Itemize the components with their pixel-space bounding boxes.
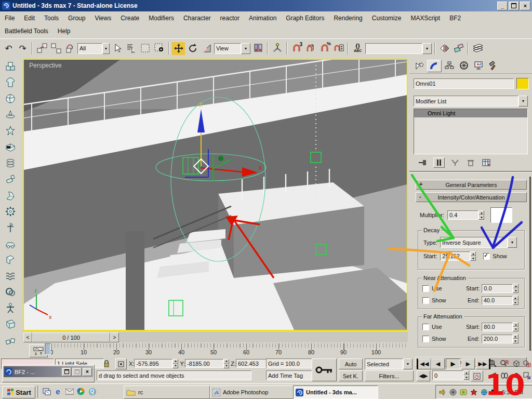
near-show-checkbox[interactable]	[422, 297, 429, 304]
percent-snap-icon[interactable]: %	[318, 42, 331, 55]
far-end-field[interactable]: 200.0	[482, 335, 513, 343]
reactor-soft-body-collection-button[interactable]	[2, 90, 19, 107]
multiplier-spinner[interactable]	[478, 210, 484, 220]
modifier-stack-list[interactable]: Omni Light	[414, 109, 528, 154]
quicklaunch-ie-icon[interactable]: e	[53, 387, 63, 396]
menu-customize[interactable]: Customize	[367, 15, 406, 22]
tray-device-icon[interactable]	[449, 388, 457, 396]
redo-icon[interactable]: ↷	[16, 42, 29, 55]
reactor-fracture-pieces-button[interactable]	[2, 332, 19, 348]
decay-show-checkbox[interactable]	[483, 253, 490, 260]
start-button[interactable]: Start	[2, 386, 35, 398]
spinner-snap-icon[interactable]	[332, 42, 345, 55]
light-color-swatch[interactable]	[490, 207, 512, 223]
quicklaunch-quicktime-icon[interactable]: Q	[87, 387, 97, 396]
chevron-down-icon[interactable]: ▼	[422, 43, 432, 54]
zoom-icon[interactable]	[487, 358, 498, 368]
menu-modifiers[interactable]: Modifiers	[144, 15, 179, 22]
close-button[interactable]: ×	[520, 2, 530, 10]
rollout-intensity-color-attenuation[interactable]: - Intensity/Color/Attenuation	[416, 192, 527, 202]
next-frame-button[interactable]: ▶	[461, 358, 475, 369]
select-and-scale-button[interactable]	[200, 42, 213, 55]
menu-file[interactable]: File	[0, 15, 19, 22]
set-key-button[interactable]: Set K.	[339, 370, 363, 381]
show-end-result-button[interactable]	[433, 157, 445, 168]
menu-create[interactable]: Create	[116, 15, 144, 22]
set-keys-button[interactable]	[312, 358, 337, 381]
bf2-floating-window[interactable]: BF2 - ... ×	[2, 365, 95, 382]
minimize-button[interactable]: _	[497, 2, 508, 10]
menu-reactor[interactable]: reactor	[216, 15, 244, 22]
tab-create[interactable]	[413, 60, 426, 71]
named-selection-dropdown[interactable]: ▼	[365, 43, 432, 54]
time-prev-frame-button[interactable]: <	[23, 332, 32, 342]
menu-group[interactable]: Group	[63, 15, 90, 22]
reactor-toy-car-button[interactable]	[2, 235, 19, 251]
time-configuration-button[interactable]	[471, 370, 483, 381]
chevron-down-icon[interactable]: ▼	[508, 237, 517, 248]
current-frame-field[interactable]: 0	[432, 370, 466, 380]
x-spinner[interactable]	[172, 359, 178, 368]
chevron-down-icon[interactable]: ▼	[403, 358, 413, 369]
reactor-cloth-collection-button[interactable]	[2, 74, 19, 90]
tab-utilities[interactable]	[486, 60, 500, 71]
menu-animation[interactable]: Animation	[244, 15, 281, 22]
multiplier-field[interactable]: 0.4	[447, 210, 478, 220]
track-bar-ruler[interactable]: 0 10 20 30 40 50 60 70 80 90 100	[49, 343, 408, 357]
key-filters-button[interactable]: Filters...	[365, 370, 414, 381]
reactor-motor-button[interactable]	[2, 203, 19, 219]
far-start-field[interactable]: 80.0	[482, 323, 513, 331]
tab-hierarchy[interactable]	[443, 60, 456, 71]
near-start-field[interactable]: 0.0	[482, 284, 513, 293]
zoom-all-icon[interactable]	[499, 358, 510, 368]
near-use-checkbox[interactable]	[422, 285, 429, 292]
time-next-frame-button[interactable]: >	[110, 332, 119, 342]
panel-scrollbar[interactable]	[529, 177, 531, 351]
menu-character[interactable]: Character	[179, 15, 216, 22]
tab-motion[interactable]	[457, 60, 471, 71]
time-slider-button[interactable]: 0 / 100	[32, 332, 110, 342]
tab-modify[interactable]	[427, 60, 442, 72]
tray-antivirus-icon[interactable]	[470, 388, 478, 396]
frame-spinner[interactable]	[463, 370, 469, 380]
perspective-viewport[interactable]: z x z x	[23, 59, 408, 331]
quicklaunch-show-desktop-icon[interactable]	[42, 387, 51, 396]
zoom-extents-icon[interactable]	[511, 358, 522, 368]
reactor-hinge-button[interactable]	[2, 187, 19, 203]
bind-to-space-warp-icon[interactable]	[63, 42, 76, 55]
reactor-wind-button[interactable]	[2, 219, 19, 235]
tray-messenger-icon[interactable]	[459, 388, 468, 396]
zoom-extents-all-icon[interactable]	[522, 358, 532, 368]
near-end-field[interactable]: 40.0	[482, 296, 513, 305]
select-object-icon[interactable]	[111, 42, 124, 55]
bf2-close-button[interactable]: ×	[83, 368, 92, 376]
auto-key-button[interactable]: Auto	[339, 358, 363, 369]
tab-display[interactable]	[472, 60, 485, 71]
rectangular-selection-region-icon[interactable]	[139, 42, 152, 55]
object-color-swatch[interactable]	[516, 78, 529, 89]
menu-rendering[interactable]: Rendering	[329, 15, 367, 22]
remove-modifier-button[interactable]	[466, 158, 476, 167]
tray-volume-icon[interactable]	[438, 388, 447, 396]
y-spinner[interactable]	[223, 359, 229, 368]
use-center-icon[interactable]	[251, 42, 264, 55]
stack-item-omni-light[interactable]: Omni Light	[414, 109, 527, 117]
menu-tools[interactable]: Tools	[39, 15, 63, 22]
selection-lock-icon[interactable]	[102, 358, 111, 368]
configure-modifier-sets-button[interactable]	[481, 158, 491, 167]
bf2-restore-button[interactable]	[62, 368, 71, 376]
select-and-rotate-button[interactable]	[186, 42, 199, 55]
window-crossing-icon[interactable]	[153, 42, 166, 55]
select-and-move-button[interactable]	[172, 42, 185, 55]
key-filter-dropdown[interactable]: Selected ▼	[365, 358, 413, 369]
quicklaunch-media-player-icon[interactable]	[76, 387, 86, 396]
menu-bf2[interactable]: BF2	[445, 15, 466, 22]
menu-views[interactable]: Views	[90, 15, 116, 22]
unlink-selection-icon[interactable]	[49, 42, 62, 55]
add-time-tag[interactable]: Add Time Tag	[266, 370, 313, 380]
selection-filter-dropdown[interactable]: All ▼	[77, 43, 110, 54]
chevron-down-icon[interactable]: ▼	[518, 96, 528, 107]
key-mode-toggle-button[interactable]: ◀▶	[417, 370, 430, 381]
reactor-soft-body-modifier-button[interactable]	[2, 316, 19, 332]
chevron-down-icon[interactable]: ▼	[102, 43, 110, 54]
